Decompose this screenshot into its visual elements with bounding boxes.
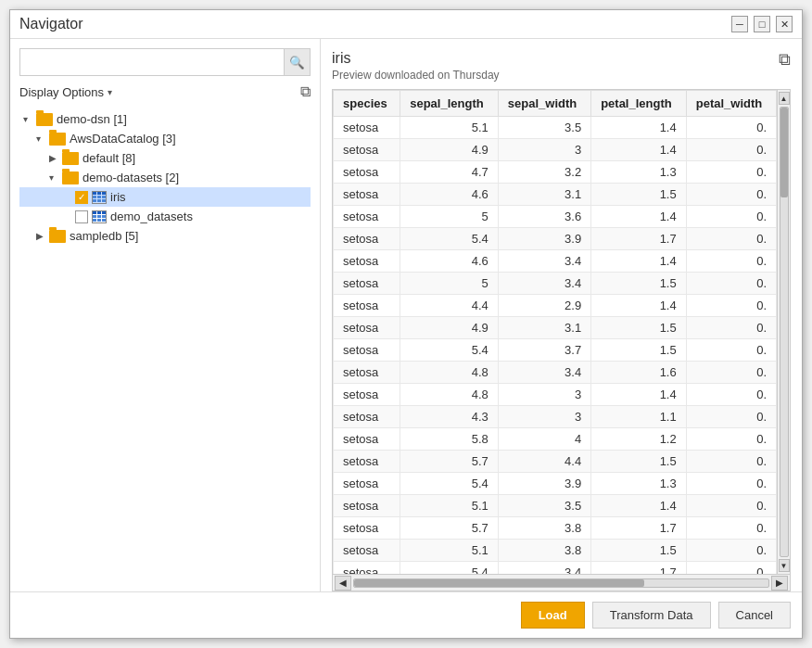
table-row[interactable]: setosa4.831.40. [334, 384, 777, 406]
table-cell: 5.1 [400, 117, 499, 139]
tree-item-default[interactable]: ▶ default [8] [19, 148, 311, 168]
table-cell: 1.4 [591, 295, 687, 317]
table-row[interactable]: setosa4.931.40. [334, 139, 777, 161]
table-cell: 5.1 [400, 540, 499, 562]
table-cell: 2.9 [498, 295, 590, 317]
display-options-button[interactable]: Display Options ▾ [19, 85, 112, 99]
table-cell: 5.7 [400, 451, 499, 473]
table-row[interactable]: setosa5.13.51.40. [334, 495, 777, 517]
refresh-icon: ⧉ [300, 83, 311, 99]
scroll-left-arrow[interactable]: ◀ [335, 576, 351, 591]
tree-item-iris[interactable]: iris [19, 187, 311, 207]
table-row[interactable]: setosa4.42.91.40. [334, 295, 777, 317]
chevron-icon: ▾ [49, 172, 62, 183]
table-row[interactable]: setosa4.331.10. [334, 406, 777, 428]
table-cell: 3.4 [498, 362, 590, 384]
close-button[interactable]: ✕ [776, 16, 793, 32]
table-cell: 5.7 [400, 517, 499, 540]
table-row[interactable]: setosa53.61.40. [334, 206, 777, 228]
preview-subtitle: Preview downloaded on Thursday [332, 69, 500, 82]
table-cell: 1.5 [591, 451, 687, 473]
scroll-track[interactable] [353, 578, 769, 588]
table-cell: 3.8 [498, 517, 590, 540]
scroll-track[interactable] [780, 107, 789, 557]
scroll-right-arrow[interactable]: ▶ [771, 576, 788, 591]
data-table-scroll[interactable]: speciessepal_lengthsepal_widthpetal_leng… [333, 90, 777, 574]
table-cell: 0. [686, 206, 776, 228]
vertical-scrollbar[interactable]: ▲ ▼ [777, 90, 790, 574]
table-cell: 1.3 [591, 473, 687, 495]
scroll-down-arrow[interactable]: ▼ [779, 559, 790, 572]
preview-header: iris Preview downloaded on Thursday ⧉ [332, 50, 791, 82]
navigator-window: Navigator ─ □ ✕ 🔍 Display Options ▾ [9, 9, 803, 639]
search-button[interactable]: 🔍 [284, 49, 310, 75]
table-cell: 1.7 [591, 517, 687, 540]
folder-icon [62, 172, 79, 184]
minimize-button[interactable]: ─ [731, 16, 748, 32]
cancel-button[interactable]: Cancel [718, 602, 791, 629]
table-cell: 0. [686, 540, 776, 562]
scroll-up-arrow[interactable]: ▲ [779, 92, 790, 105]
table-cell: 3.2 [498, 161, 590, 184]
table-row[interactable]: setosa4.73.21.30. [334, 161, 777, 184]
preview-title-block: iris Preview downloaded on Thursday [332, 50, 500, 82]
table-cell: setosa [334, 562, 400, 575]
table-cell: 0. [686, 250, 776, 273]
table-cell: 5.4 [400, 339, 499, 362]
table-cell: 1.1 [591, 406, 687, 428]
display-options-label: Display Options [19, 85, 104, 99]
table-row[interactable]: setosa4.63.41.40. [334, 250, 777, 273]
table-cell: setosa [334, 317, 400, 339]
table-row[interactable]: setosa4.63.11.50. [334, 184, 777, 206]
footer: Load Transform Data Cancel [10, 591, 802, 638]
table-cell: 1.5 [591, 273, 687, 295]
table-row[interactable]: setosa5.13.81.50. [334, 540, 777, 562]
table-row[interactable]: setosa4.93.11.50. [334, 317, 777, 339]
folder-icon [49, 133, 66, 146]
table-row[interactable]: setosa5.43.41.70. [334, 562, 777, 575]
demo-datasets-checkbox[interactable] [75, 210, 88, 223]
transform-data-button[interactable]: Transform Data [592, 602, 711, 629]
tree-item-AwsDataCatalog[interactable]: ▾ AwsDataCatalog [3] [19, 129, 311, 148]
table-cell: 3.4 [498, 562, 590, 575]
horizontal-scrollbar[interactable]: ◀ ▶ [333, 574, 790, 591]
table-cell: 3.6 [498, 206, 590, 228]
column-header-petal_length: petal_length [591, 91, 687, 117]
folder-icon [62, 152, 79, 165]
maximize-button[interactable]: □ [754, 16, 770, 32]
table-cell: setosa [334, 139, 400, 161]
table-row[interactable]: setosa5.13.51.40. [334, 117, 777, 139]
table-row[interactable]: setosa5.841.20. [334, 428, 777, 451]
refresh-button[interactable]: ⧉ [300, 83, 311, 100]
iris-checkbox[interactable] [75, 191, 88, 204]
table-row[interactable]: setosa4.83.41.60. [334, 362, 777, 384]
table-cell: setosa [334, 362, 400, 384]
table-cell: 1.3 [591, 161, 687, 184]
load-button[interactable]: Load [521, 602, 585, 629]
tree-item-demo-dsn[interactable]: ▾ demo-dsn [1] [19, 109, 311, 129]
table-cell: 3 [498, 139, 590, 161]
search-input[interactable] [20, 51, 284, 74]
table-cell: 5.4 [400, 228, 499, 250]
table-row[interactable]: setosa5.74.41.50. [334, 451, 777, 473]
tree-item-demo-datasets[interactable]: ▾ demo-datasets [2] [19, 168, 311, 187]
table-row[interactable]: setosa5.43.71.50. [334, 339, 777, 362]
table-cell: 4.9 [400, 139, 499, 161]
table-cell: 0. [686, 295, 776, 317]
table-cell: 4.4 [400, 295, 499, 317]
table-row[interactable]: setosa5.43.91.30. [334, 473, 777, 495]
table-cell: 4.6 [400, 184, 499, 206]
edit-preview-button[interactable]: ⧉ [779, 50, 791, 70]
title-bar: Navigator ─ □ ✕ [10, 10, 802, 39]
table-row[interactable]: setosa5.43.91.70. [334, 228, 777, 250]
table-row[interactable]: setosa5.73.81.70. [334, 517, 777, 540]
table-cell: 1.4 [591, 117, 687, 139]
table-cell: 5.8 [400, 428, 499, 451]
tree-item-sampledb[interactable]: ▶ sampledb [5] [19, 226, 311, 246]
chevron-right-icon: ▶ [36, 231, 49, 241]
tree-item-demo_datasets[interactable]: demo_datasets [19, 207, 311, 226]
table-cell: 0. [686, 184, 776, 206]
table-cell: 5 [400, 206, 499, 228]
table-icon [92, 210, 107, 223]
table-row[interactable]: setosa53.41.50. [334, 273, 777, 295]
